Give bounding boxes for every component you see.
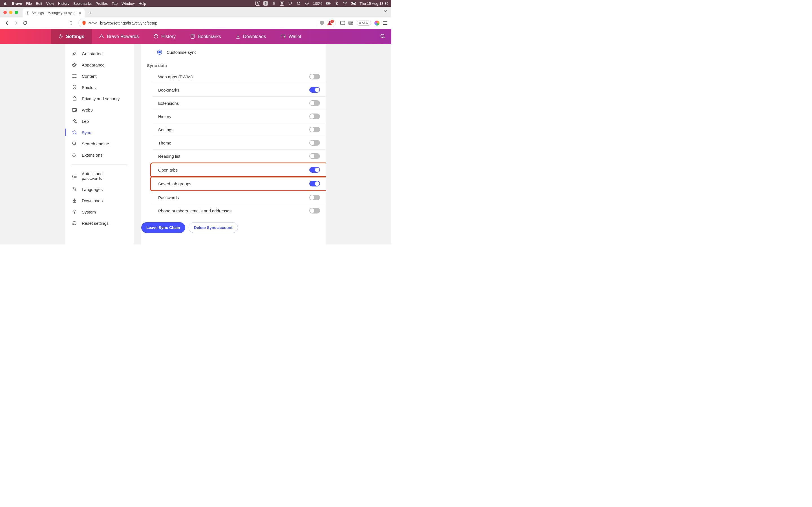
sync-toggle-history: History xyxy=(153,110,326,123)
menu-window[interactable]: Window xyxy=(121,1,135,6)
sidebar-item-search-engine[interactable]: Search engine xyxy=(65,138,134,149)
status-icon-a[interactable]: A xyxy=(255,1,260,6)
nav-downloads[interactable]: Downloads xyxy=(229,29,273,44)
sidebar-toggle-icon[interactable] xyxy=(340,21,345,25)
svg-point-11 xyxy=(27,12,28,13)
toggle-switch[interactable] xyxy=(309,140,320,146)
bluetooth-icon[interactable] xyxy=(334,1,339,6)
tab-title: Settings – Manage your sync xyxy=(32,11,75,15)
reader-icon[interactable] xyxy=(349,21,353,25)
brave-lion-icon xyxy=(82,21,86,25)
settings-sidebar: Get startedAppearanceContentShieldsPriva… xyxy=(65,44,134,244)
sidebar-item-leo[interactable]: Leo xyxy=(65,115,134,127)
gear-icon xyxy=(71,209,77,215)
battery-icon[interactable] xyxy=(326,1,331,6)
brave-rewards-icon[interactable]: 1 xyxy=(327,21,332,25)
sidebar-item-extensions[interactable]: Extensions xyxy=(65,149,134,161)
toggle-switch[interactable] xyxy=(309,194,320,200)
wifi-icon[interactable] xyxy=(343,1,348,6)
nav-history[interactable]: History xyxy=(146,29,183,44)
sidebar-item-content[interactable]: Content xyxy=(65,70,134,82)
svg-point-25 xyxy=(73,64,74,65)
sidebar-item-reset-settings[interactable]: Reset settings xyxy=(65,217,134,229)
app-menu-button[interactable] xyxy=(383,21,388,25)
profile-avatar[interactable] xyxy=(374,20,379,25)
menu-view[interactable]: View xyxy=(46,1,54,6)
menu-profiles[interactable]: Profiles xyxy=(96,1,108,6)
sidebar-item-privacy-and-security[interactable]: Privacy and security xyxy=(65,93,134,104)
vpn-button[interactable]: VPN xyxy=(357,20,371,25)
menu-tab[interactable]: Tab xyxy=(112,1,117,6)
menu-bookmarks[interactable]: Bookmarks xyxy=(73,1,92,6)
brave-nav: SettingsBrave RewardsHistoryBookmarksDow… xyxy=(0,29,391,44)
window-minimize[interactable] xyxy=(9,11,12,14)
settings-search-icon[interactable] xyxy=(380,34,386,39)
new-tab-button[interactable]: + xyxy=(86,9,94,17)
battery-text[interactable]: 100% xyxy=(313,1,322,6)
toggle-switch[interactable] xyxy=(309,100,320,106)
control-center-icon[interactable] xyxy=(351,1,356,6)
toggle-switch[interactable] xyxy=(309,181,320,186)
radio-selected-icon xyxy=(157,50,162,55)
circle-status-icon[interactable] xyxy=(296,1,301,6)
content-icon xyxy=(71,73,77,79)
sidebar-item-get-started[interactable]: Get started xyxy=(65,48,134,59)
window-zoom[interactable] xyxy=(15,11,18,14)
bookmark-this-icon[interactable] xyxy=(68,20,74,26)
sidebar-item-autofill-and-passwords[interactable]: Autofill andpasswords xyxy=(65,169,134,184)
sidebar-item-system[interactable]: System xyxy=(65,206,134,217)
sync-toggle-settings: Settings xyxy=(153,123,326,136)
sidebar-item-languages[interactable]: Languages xyxy=(65,184,134,195)
toggle-switch[interactable] xyxy=(309,127,320,132)
site-identity[interactable]: Brave xyxy=(82,21,97,25)
shield-status-icon[interactable] xyxy=(288,1,293,6)
mic-icon[interactable] xyxy=(271,1,276,6)
nav-brave-rewards[interactable]: Brave Rewards xyxy=(92,29,146,44)
reload-button[interactable] xyxy=(22,20,28,26)
sync-icon xyxy=(71,129,77,135)
main-area: Get startedAppearanceContentShieldsPriva… xyxy=(0,44,391,244)
toggle-label: Phone numbers, emails and addresses xyxy=(158,209,232,213)
toggle-switch[interactable] xyxy=(309,167,320,173)
tab-close-icon[interactable]: ✕ xyxy=(79,11,82,15)
sync-toggle-web-apps-pwas-: Web apps (PWAs) xyxy=(153,70,326,83)
toggle-switch[interactable] xyxy=(309,114,320,119)
menu-file[interactable]: File xyxy=(26,1,32,6)
menu-app-name[interactable]: Brave xyxy=(12,1,22,6)
tab-overflow-icon[interactable] xyxy=(384,10,388,12)
svg-point-22 xyxy=(381,34,384,38)
settings-content: Customise sync Sync data Web apps (PWAs)… xyxy=(141,44,326,244)
toggle-switch[interactable] xyxy=(309,87,320,93)
leave-sync-chain-button[interactable]: Leave Sync Chain xyxy=(141,222,185,233)
browser-tab[interactable]: Settings – Manage your sync ✕ xyxy=(22,8,85,17)
mac-menubar: Brave File Edit View History Bookmarks P… xyxy=(0,0,391,7)
forward-button[interactable] xyxy=(13,20,19,26)
nav-settings[interactable]: Settings xyxy=(51,29,92,44)
sidebar-item-web3[interactable]: Web3 xyxy=(65,104,134,115)
customise-sync-radio-row[interactable]: Customise sync xyxy=(151,47,326,59)
play-status-icon[interactable] xyxy=(305,1,310,6)
menu-edit[interactable]: Edit xyxy=(36,1,42,6)
nav-bookmarks[interactable]: Bookmarks xyxy=(183,29,229,44)
clock[interactable]: Thu 15 Aug 13:35 xyxy=(359,1,389,6)
sidebar-item-downloads[interactable]: Downloads xyxy=(65,195,134,206)
nav-wallet[interactable]: Wallet xyxy=(273,29,308,44)
back-button[interactable] xyxy=(4,20,10,26)
omnibox[interactable]: Brave brave://settings/braveSync/setup 1 xyxy=(79,19,336,27)
delete-sync-account-button[interactable]: Delete Sync account xyxy=(189,222,238,233)
brave-shields-icon[interactable] xyxy=(320,20,324,25)
status-icon-b[interactable]: B xyxy=(280,1,284,6)
sidebar-item-shields[interactable]: Shields xyxy=(65,82,134,93)
window-close[interactable] xyxy=(3,11,7,14)
search-icon xyxy=(71,141,77,147)
svg-rect-0 xyxy=(273,2,274,4)
sidebar-item-sync[interactable]: Sync xyxy=(65,127,134,138)
toggle-switch[interactable] xyxy=(309,74,320,79)
status-icon-s[interactable]: S xyxy=(263,1,268,6)
toggle-switch[interactable] xyxy=(309,153,320,159)
sidebar-item-appearance[interactable]: Appearance xyxy=(65,59,134,70)
toggle-switch[interactable] xyxy=(309,208,320,214)
apple-icon[interactable] xyxy=(3,1,8,6)
menu-help[interactable]: Help xyxy=(139,1,146,6)
menu-history[interactable]: History xyxy=(58,1,69,6)
